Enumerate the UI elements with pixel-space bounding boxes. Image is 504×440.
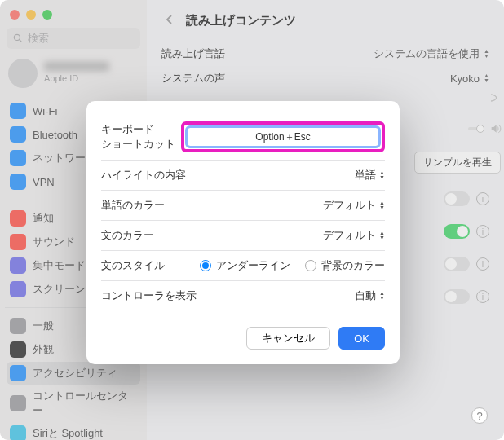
style-bgcolor-label: 背景のカラー [321, 258, 385, 273]
style-underline-radio[interactable]: アンダーライン [200, 258, 290, 273]
updown-icon: ▲▼ [379, 200, 385, 210]
style-bgcolor-radio[interactable]: 背景のカラー [305, 258, 385, 273]
highlight-ring: Option＋Esc [181, 121, 385, 152]
word-color-dropdown[interactable]: デフォルト ▲▼ [323, 198, 385, 213]
radio-selected-icon [200, 260, 211, 271]
cancel-button[interactable]: キャンセル [246, 327, 330, 350]
radio-unselected-icon [305, 260, 316, 271]
highlight-value: 単語 [355, 168, 376, 183]
sentence-style-label: 文のスタイル [101, 258, 165, 273]
options-modal: キーボード ショートカット Option＋Esc ハイライトの内容 単語 ▲▼ … [86, 101, 400, 364]
highlight-label: ハイライトの内容 [101, 168, 186, 183]
word-color-label: 単語のカラー [101, 198, 165, 213]
highlight-dropdown[interactable]: 単語 ▲▼ [355, 168, 385, 183]
word-color-value: デフォルト [323, 198, 376, 213]
ok-button[interactable]: OK [338, 327, 385, 350]
updown-icon: ▲▼ [379, 231, 385, 240]
controller-dropdown[interactable]: 自動 ▲▼ [355, 288, 385, 303]
shortcut-label: キーボード ショートカット [101, 122, 175, 151]
help-button[interactable]: ? [471, 407, 488, 424]
updown-icon: ▲▼ [379, 291, 385, 301]
sentence-color-value: デフォルト [323, 228, 376, 243]
sentence-color-label: 文のカラー [101, 228, 154, 243]
controller-value: 自動 [355, 288, 376, 303]
style-underline-label: アンダーライン [216, 258, 290, 273]
updown-icon: ▲▼ [379, 170, 385, 180]
shortcut-field[interactable]: Option＋Esc [187, 127, 379, 147]
controller-label: コントローラを表示 [101, 288, 197, 303]
sentence-color-dropdown[interactable]: デフォルト ▲▼ [323, 228, 385, 243]
